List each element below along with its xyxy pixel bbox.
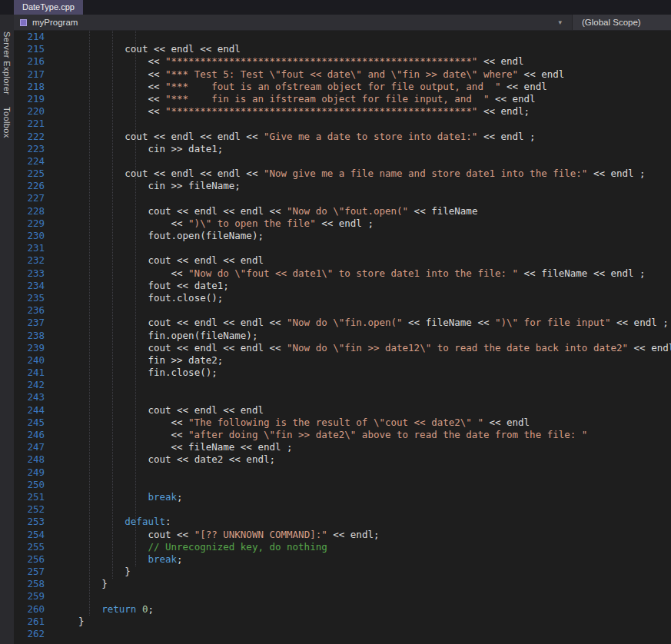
- code-line[interactable]: 256 break;: [14, 553, 671, 566]
- code-line[interactable]: 234 fout << date1;: [14, 280, 671, 292]
- code-line[interactable]: 238 fin.open(fileName);: [14, 330, 671, 342]
- code-line[interactable]: 229 << ")\" to open the file" << endl ;: [14, 217, 671, 230]
- code-line[interactable]: 219 << "*** fin is an ifstream object fo…: [14, 93, 671, 105]
- code-line[interactable]: 223 cin >> date1;: [14, 143, 671, 155]
- code-line[interactable]: 231: [14, 242, 671, 254]
- line-number: 219: [14, 93, 55, 105]
- code-text: fin >> date2;: [55, 354, 223, 367]
- scope-dropdown[interactable]: (Global Scope): [573, 15, 671, 30]
- line-number: 248: [14, 453, 55, 466]
- line-number: 224: [14, 155, 55, 168]
- tab-bar: DateType.cpp: [0, 0, 671, 15]
- line-number: 256: [14, 553, 55, 566]
- code-text: << "Now do \"fout << date1\" to store da…: [55, 267, 646, 280]
- project-dropdown[interactable]: myProgram ▾: [14, 15, 573, 30]
- code-line[interactable]: 240 fin >> date2;: [14, 354, 671, 367]
- code-line[interactable]: 249: [14, 466, 671, 479]
- code-line[interactable]: 257 }: [14, 566, 671, 578]
- line-number: 258: [14, 578, 55, 590]
- code-line[interactable]: 225 cout << endl << endl << "Now give me…: [14, 168, 671, 180]
- code-text: }: [55, 566, 131, 578]
- line-number: 259: [14, 590, 55, 603]
- code-line[interactable]: 217 << "*** Test 5: Test \"fout << date\…: [14, 68, 671, 81]
- code-line[interactable]: 259: [14, 590, 671, 603]
- code-line[interactable]: 228 cout << endl << endl << "Now do \"fo…: [14, 205, 671, 217]
- code-line[interactable]: 221: [14, 118, 671, 130]
- code-line[interactable]: 250: [14, 479, 671, 491]
- sidebar-item-server-explorer[interactable]: Server Explorer: [2, 32, 12, 95]
- line-number: 252: [14, 503, 55, 516]
- line-number: 255: [14, 541, 55, 553]
- line-number: 225: [14, 168, 55, 180]
- code-line[interactable]: 241 fin.close();: [14, 367, 671, 379]
- code-line[interactable]: 251 break;: [14, 491, 671, 503]
- code-line[interactable]: 255 // Unrecognized key, do nothing: [14, 541, 671, 553]
- code-text: cout << endl << endl << "Now give me a f…: [55, 168, 646, 180]
- code-text: cout << endl << endl << "Now do \"fin.op…: [55, 317, 669, 329]
- code-line[interactable]: 248 cout << date2 << endl;: [14, 453, 671, 466]
- code-line[interactable]: 214: [14, 31, 671, 43]
- code-line[interactable]: 254 cout << "[?? UNKNOWN COMMAND]:" << e…: [14, 529, 671, 541]
- code-line[interactable]: 222 cout << endl << endl << "Give me a d…: [14, 131, 671, 143]
- line-number: 228: [14, 205, 55, 217]
- code-text: fout.open(fileName);: [55, 230, 264, 242]
- code-line[interactable]: 227: [14, 192, 671, 204]
- code-line[interactable]: 237 cout << endl << endl << "Now do \"fi…: [14, 317, 671, 329]
- line-number: 260: [14, 603, 55, 616]
- code-line[interactable]: 226 cin >> fileName;: [14, 180, 671, 192]
- code-line[interactable]: 224: [14, 155, 671, 168]
- code-line[interactable]: 252: [14, 503, 671, 516]
- line-number: 229: [14, 217, 55, 230]
- chevron-down-icon: ▾: [558, 18, 567, 26]
- line-number: 257: [14, 566, 55, 578]
- line-number: 239: [14, 342, 55, 354]
- code-line[interactable]: 245 << "The following is the result of \…: [14, 417, 671, 429]
- line-number: 244: [14, 404, 55, 417]
- code-line[interactable]: 261 }: [14, 616, 671, 628]
- code-line[interactable]: 262: [14, 628, 671, 640]
- code-text: cin >> fileName;: [55, 180, 241, 192]
- code-text: cout << endl << endl << "Give me a date …: [55, 131, 536, 143]
- code-line[interactable]: 253 default:: [14, 516, 671, 528]
- code-line[interactable]: 236: [14, 304, 671, 317]
- code-line[interactable]: 246 << "after doing \"fin >> date2\" abo…: [14, 429, 671, 441]
- code-text: cout << endl << endl << "Now do \"fin >>…: [55, 342, 671, 354]
- line-number: 249: [14, 466, 55, 479]
- code-line[interactable]: 220 << "********************************…: [14, 105, 671, 118]
- code-line[interactable]: 232 cout << endl << endl: [14, 254, 671, 267]
- code-line[interactable]: 235 fout.close();: [14, 292, 671, 304]
- line-number: 221: [14, 118, 55, 130]
- navigation-bar: myProgram ▾ (Global Scope): [14, 15, 671, 31]
- code-line[interactable]: 230 fout.open(fileName);: [14, 230, 671, 242]
- project-icon: [20, 19, 27, 26]
- code-line[interactable]: 239 cout << endl << endl << "Now do \"fi…: [14, 342, 671, 354]
- line-number: 227: [14, 192, 55, 204]
- code-text: // Unrecognized key, do nothing: [55, 541, 327, 553]
- document-tab[interactable]: DateType.cpp: [14, 0, 83, 15]
- line-number: 220: [14, 105, 55, 118]
- code-line[interactable]: 244 cout << endl << endl: [14, 404, 671, 417]
- line-number: 223: [14, 143, 55, 155]
- code-text: << "The following is the result of \"cou…: [55, 417, 530, 429]
- line-number: 226: [14, 180, 55, 192]
- code-line[interactable]: 218 << "*** fout is an ofstream object f…: [14, 81, 671, 93]
- code-text: default:: [55, 516, 171, 528]
- code-text: cout << date2 << endl;: [55, 453, 275, 466]
- code-line[interactable]: 215 cout << endl << endl: [14, 43, 671, 55]
- code-line[interactable]: 260 return 0;: [14, 603, 671, 616]
- code-text: }: [55, 616, 85, 628]
- code-line[interactable]: 247 << fileName << endl ;: [14, 441, 671, 453]
- code-text: << "after doing \"fin >> date2\" above t…: [55, 429, 587, 441]
- sidebar-item-toolbox[interactable]: Toolbox: [2, 107, 12, 138]
- code-editor[interactable]: 214215 cout << endl << endl216 << "*****…: [14, 31, 671, 644]
- code-line[interactable]: 233 << "Now do \"fout << date1\" to stor…: [14, 267, 671, 280]
- code-line[interactable]: 216 << "********************************…: [14, 55, 671, 68]
- line-number: 217: [14, 68, 55, 81]
- code-text: fout.close();: [55, 292, 223, 304]
- code-line[interactable]: 242: [14, 379, 671, 391]
- code-line[interactable]: 258 }: [14, 578, 671, 590]
- code-text: << "*** fout is an ofstream object for f…: [55, 81, 547, 93]
- project-dropdown-label: myProgram: [32, 18, 78, 27]
- code-text: cout << endl << endl: [55, 254, 264, 267]
- code-line[interactable]: 243: [14, 391, 671, 403]
